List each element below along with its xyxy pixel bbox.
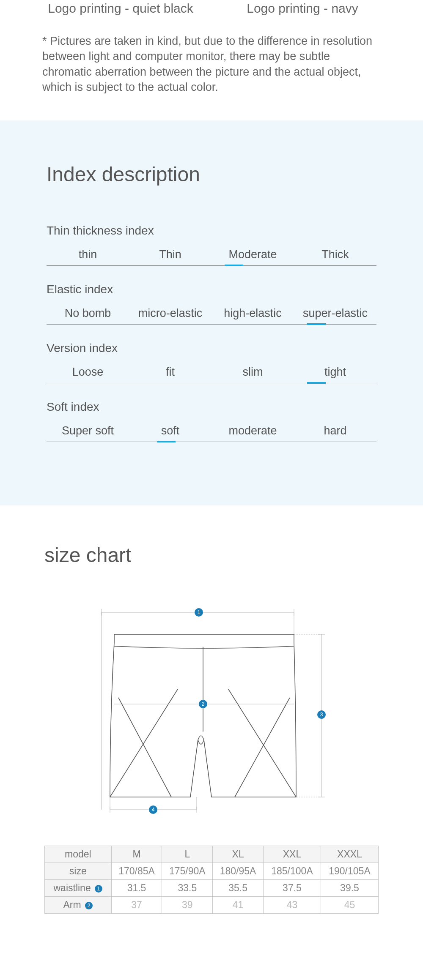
index-option: Moderate <box>212 248 294 265</box>
selected-marker <box>307 323 326 325</box>
table-row: size170/85A175/90A180/95A185/100A190/105… <box>45 863 379 879</box>
svg-text:3: 3 <box>320 712 323 718</box>
table-row-header: size <box>45 863 112 879</box>
index-options-row: Loosefitslimtight <box>47 366 376 383</box>
index-option: moderate <box>212 424 294 442</box>
table-cell: 190/105A <box>321 863 378 879</box>
table-row: Arm 23739414345 <box>45 896 379 913</box>
index-label: Version index <box>47 341 376 355</box>
table-row: waistline 131.533.535.537.539.5 <box>45 879 379 896</box>
table-col-header: M <box>111 846 162 863</box>
index-option: fit <box>129 366 212 383</box>
color-labels-row: Logo printing - quiet black Logo printin… <box>0 0 423 33</box>
table-cell: 37 <box>111 896 162 913</box>
svg-text:4: 4 <box>152 807 155 813</box>
index-options-row: thinThinModerateThick <box>47 248 376 266</box>
index-option: Thick <box>294 248 376 265</box>
selected-marker <box>225 265 243 266</box>
table-cell: 39.5 <box>321 879 378 896</box>
table-cell: 175/90A <box>162 863 213 879</box>
table-corner: model <box>45 846 112 863</box>
svg-text:1: 1 <box>198 609 201 615</box>
index-option: Super soft <box>47 424 129 442</box>
table-cell: 31.5 <box>111 879 162 896</box>
index-group: Soft indexSuper softsoftmoderatehard <box>47 400 376 442</box>
index-option: super-elastic <box>294 307 376 324</box>
table-cell: 35.5 <box>213 879 264 896</box>
measure-badge-icon: 1 <box>95 885 102 893</box>
index-options-row: No bombmicro-elastichigh-elasticsuper-el… <box>47 307 376 325</box>
table-cell: 33.5 <box>162 879 213 896</box>
size-chart-section: size chart <box>0 505 423 914</box>
selected-marker <box>307 382 326 384</box>
table-col-header: XXL <box>264 846 321 863</box>
index-option: hard <box>294 424 376 442</box>
measure-badge-icon: 2 <box>85 902 93 909</box>
index-label: Soft index <box>47 400 376 414</box>
svg-text:2: 2 <box>202 701 205 707</box>
table-cell: 180/95A <box>213 863 264 879</box>
color-label-black: Logo printing - quiet black <box>30 0 212 16</box>
table-col-header: XXXL <box>321 846 378 863</box>
index-option: Thin <box>129 248 212 265</box>
color-label-navy: Logo printing - navy <box>212 0 393 16</box>
table-cell: 39 <box>162 896 213 913</box>
table-col-header: L <box>162 846 213 863</box>
table-cell: 37.5 <box>264 879 321 896</box>
table-cell: 45 <box>321 896 378 913</box>
table-cell: 41 <box>213 896 264 913</box>
index-group: Thin thickness indexthinThinModerateThic… <box>47 224 376 266</box>
size-table: modelMLXLXXLXXXL size170/85A175/90A180/9… <box>44 846 379 914</box>
index-option: soft <box>129 424 212 442</box>
selected-marker <box>157 441 176 442</box>
index-title: Index description <box>47 163 376 186</box>
index-option: micro-elastic <box>129 307 212 324</box>
table-cell: 185/100A <box>264 863 321 879</box>
table-cell: 170/85A <box>111 863 162 879</box>
index-option: Loose <box>47 366 129 383</box>
table-col-header: XL <box>213 846 264 863</box>
index-group: Version indexLoosefitslimtight <box>47 341 376 383</box>
index-options-row: Super softsoftmoderatehard <box>47 424 376 442</box>
index-label: Thin thickness index <box>47 224 376 237</box>
index-group: Elastic indexNo bombmicro-elastichigh-el… <box>47 283 376 325</box>
index-description-section: Index description Thin thickness indexth… <box>0 120 423 505</box>
table-cell: 43 <box>264 896 321 913</box>
disclaimer-text: * Pictures are taken in kind, but due to… <box>0 33 423 120</box>
index-option: thin <box>47 248 129 265</box>
table-row-header: waistline 1 <box>45 879 112 896</box>
index-option: high-elastic <box>212 307 294 324</box>
index-option: slim <box>212 366 294 383</box>
index-label: Elastic index <box>47 283 376 296</box>
size-chart-title: size chart <box>44 543 379 567</box>
index-option: tight <box>294 366 376 383</box>
index-option: No bomb <box>47 307 129 324</box>
table-row-header: Arm 2 <box>45 896 112 913</box>
shorts-diagram: 1 2 3 4 <box>93 605 330 824</box>
